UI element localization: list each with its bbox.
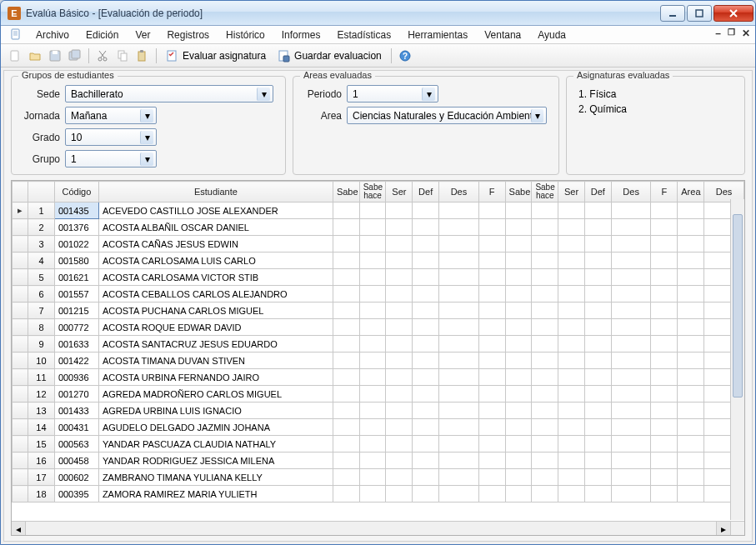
cell-grade[interactable]: [413, 402, 439, 419]
cell-grade[interactable]: [333, 269, 359, 286]
cell-estudiante[interactable]: ZAMBRANO TIMANA YULIANA KELLY: [98, 469, 333, 486]
cell-grade[interactable]: [651, 236, 678, 252]
column-header[interactable]: Area: [678, 182, 704, 202]
cell-grade[interactable]: [558, 452, 585, 469]
table-row[interactable]: 17000602ZAMBRANO TIMANA YULIANA KELLY: [13, 469, 744, 486]
cell-grade[interactable]: [558, 486, 585, 502]
cell-grade[interactable]: [478, 419, 505, 436]
horizontal-scrollbar[interactable]: ◂ ▸: [12, 521, 730, 535]
cell-grade[interactable]: [333, 452, 359, 469]
cell-codigo[interactable]: 001435: [54, 202, 98, 219]
cell-grade[interactable]: [532, 386, 558, 402]
table-row[interactable]: 7001215ACOSTA PUCHANA CARLOS MIGUEL: [13, 302, 744, 319]
cell-grade[interactable]: [333, 486, 359, 502]
cell-grade[interactable]: [386, 319, 413, 336]
menu-ayuda[interactable]: Ayuda: [529, 28, 574, 42]
column-header[interactable]: Def: [584, 182, 611, 202]
cell-grade[interactable]: [611, 452, 651, 469]
menu-historico[interactable]: Histórico: [218, 28, 273, 42]
minimize-button[interactable]: [660, 5, 685, 22]
cell-grade[interactable]: [651, 286, 678, 302]
scroll-right-button[interactable]: ▸: [716, 522, 730, 536]
cell-grade[interactable]: [386, 402, 413, 419]
cell-grade[interactable]: [532, 236, 558, 252]
cell-grade[interactable]: [651, 336, 678, 352]
cell-grade[interactable]: [678, 369, 704, 386]
table-row[interactable]: 11000936ACOSTA URBINA FERNANDO JAIRO: [13, 369, 744, 386]
table-row[interactable]: 9001633ACOSTA SANTACRUZ JESUS EDUARDO: [13, 336, 744, 352]
cell-grade[interactable]: [359, 419, 386, 436]
cell-grade[interactable]: [439, 219, 479, 236]
cell-grade[interactable]: [386, 252, 413, 269]
cell-grade[interactable]: [611, 236, 651, 252]
cell-grade[interactable]: [584, 419, 611, 436]
cell-grade[interactable]: [611, 286, 651, 302]
cell-grade[interactable]: [439, 286, 479, 302]
cell-grade[interactable]: [558, 302, 585, 319]
cell-grade[interactable]: [439, 486, 479, 502]
column-header[interactable]: Ser: [558, 182, 585, 202]
cell-grade[interactable]: [359, 469, 386, 486]
cell-grade[interactable]: [386, 386, 413, 402]
cell-grade[interactable]: [439, 419, 479, 436]
cell-grade[interactable]: [558, 236, 585, 252]
cell-grade[interactable]: [651, 436, 678, 452]
cell-grade[interactable]: [359, 202, 386, 219]
menu-edicion[interactable]: Edición: [78, 28, 127, 42]
cell-grade[interactable]: [478, 302, 505, 319]
cell-grade[interactable]: [413, 452, 439, 469]
cell-grade[interactable]: [439, 369, 479, 386]
mdi-restore-button[interactable]: ❐: [728, 28, 735, 39]
cell-grade[interactable]: [584, 469, 611, 486]
cell-grade[interactable]: [532, 352, 558, 369]
cell-grade[interactable]: [678, 469, 704, 486]
cell-grade[interactable]: [386, 436, 413, 452]
cell-codigo[interactable]: 001433: [54, 402, 98, 419]
cell-grade[interactable]: [386, 419, 413, 436]
column-header[interactable]: [13, 182, 28, 202]
grado-combo[interactable]: 10 ▾: [65, 128, 157, 146]
table-row[interactable]: 13001433AGREDA URBINA LUIS IGNACIO: [13, 402, 744, 419]
cell-grade[interactable]: [333, 286, 359, 302]
cell-grade[interactable]: [386, 369, 413, 386]
cell-grade[interactable]: [359, 219, 386, 236]
cell-grade[interactable]: [478, 469, 505, 486]
cell-codigo[interactable]: 000936: [54, 369, 98, 386]
table-row[interactable]: 8000772ACOSTA ROQUE EDWAR DAVID: [13, 319, 744, 336]
table-row[interactable]: 6001557ACOSTA CEBALLOS CARLOS ALEJANDRO: [13, 286, 744, 302]
cell-grade[interactable]: [333, 336, 359, 352]
cell-estudiante[interactable]: AGREDA URBINA LUIS IGNACIO: [98, 402, 333, 419]
cell-grade[interactable]: [478, 319, 505, 336]
cell-grade[interactable]: [439, 236, 479, 252]
cell-grade[interactable]: [532, 419, 558, 436]
cell-codigo[interactable]: 000563: [54, 436, 98, 452]
cell-grade[interactable]: [439, 336, 479, 352]
close-button[interactable]: [713, 5, 753, 22]
cell-grade[interactable]: [478, 402, 505, 419]
cell-grade[interactable]: [611, 219, 651, 236]
cell-grade[interactable]: [478, 369, 505, 386]
cell-grade[interactable]: [478, 486, 505, 502]
cell-grade[interactable]: [611, 386, 651, 402]
cell-grade[interactable]: [584, 286, 611, 302]
cell-grade[interactable]: [333, 436, 359, 452]
student-grid[interactable]: CódigoEstudianteSabeSabe haceSerDefDesFS…: [11, 180, 745, 536]
cell-grade[interactable]: [678, 236, 704, 252]
cell-grade[interactable]: [678, 336, 704, 352]
cell-grade[interactable]: [651, 319, 678, 336]
cell-grade[interactable]: [333, 369, 359, 386]
cell-grade[interactable]: [359, 269, 386, 286]
cell-grade[interactable]: [386, 286, 413, 302]
scroll-thumb[interactable]: [733, 214, 743, 398]
column-header[interactable]: Sabe: [505, 182, 532, 202]
cell-grade[interactable]: [584, 386, 611, 402]
cell-grade[interactable]: [678, 352, 704, 369]
cell-grade[interactable]: [532, 486, 558, 502]
cell-grade[interactable]: [532, 269, 558, 286]
sede-combo[interactable]: Bachillerato ▾: [65, 85, 273, 102]
column-header[interactable]: Des: [611, 182, 651, 202]
cell-grade[interactable]: [413, 469, 439, 486]
cell-grade[interactable]: [651, 369, 678, 386]
cell-grade[interactable]: [478, 269, 505, 286]
cell-grade[interactable]: [478, 386, 505, 402]
